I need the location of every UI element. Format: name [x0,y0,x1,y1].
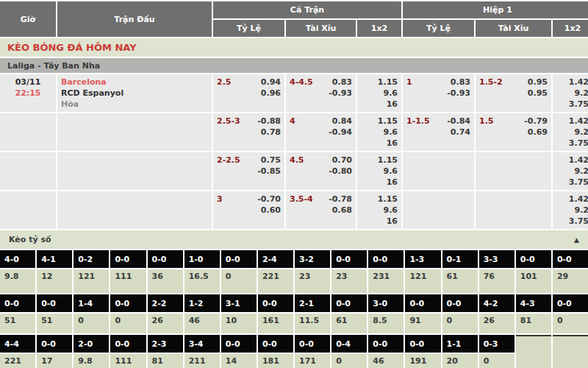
score-odds[interactable]: 26 [148,314,183,333]
score-label[interactable]: 1-1 [442,335,478,353]
score-odds[interactable]: 11.5 [295,314,330,333]
score-label[interactable]: 0-0 [368,250,404,268]
score-odds[interactable]: 221 [258,269,293,293]
score-odds[interactable]: 9.8 [0,269,35,293]
score-odds[interactable]: 0 [553,314,588,333]
score-odds[interactable]: 20 [442,354,478,368]
score-label[interactable]: 3-2 [295,250,330,268]
score-label[interactable]: 1-2 [184,294,220,312]
score-odds[interactable]: 0 [74,314,109,333]
score-odds[interactable]: 10 [221,314,257,333]
score-odds[interactable]: 23 [331,269,367,293]
h1-1x2-cell[interactable]: 1.429.23.75 [553,191,588,229]
h1-overunder-cell[interactable]: 1.5-0.790.69 [476,113,551,151]
score-label[interactable]: 0-0 [37,335,72,353]
score-label[interactable]: 0-0 [0,294,35,312]
ft-handicap-cell[interactable]: 2.5-3-0.880.78 [213,113,284,151]
score-label[interactable]: 0-0 [331,294,367,312]
score-odds[interactable]: 171 [295,354,330,368]
score-odds[interactable]: 181 [258,354,293,368]
ft-1x2-cell[interactable]: 1.159.616 [357,74,401,112]
score-label[interactable]: 3-3 [479,250,514,268]
score-odds[interactable]: 101 [516,269,551,293]
score-label[interactable]: 0-0 [221,335,257,353]
score-odds[interactable]: 16.5 [184,269,220,293]
score-odds[interactable]: 81 [516,314,551,333]
score-label[interactable]: 0-0 [221,250,257,268]
h1-handicap-cell[interactable]: 10.83-0.93 [403,74,474,112]
score-odds[interactable]: 0 [110,314,146,333]
score-label[interactable]: 0-0 [295,335,330,353]
score-odds[interactable]: 0 [442,314,478,333]
score-odds[interactable]: 231 [368,269,404,293]
ft-1x2-cell[interactable]: 1.159.616 [357,191,401,229]
score-label[interactable]: 0-0 [368,335,404,353]
score-odds[interactable]: 12 [37,269,72,293]
h1-1x2-cell[interactable]: 1.429.23.75 [553,152,588,190]
score-label[interactable]: 0-0 [405,294,440,312]
score-label[interactable]: 0-0 [405,335,440,353]
score-odds[interactable]: 211 [184,354,220,368]
ft-handicap-cell[interactable]: 2-2.50.75-0.85 [213,152,284,190]
ft-handicap-cell[interactable]: 3-0.700.60 [213,191,284,229]
score-label[interactable]: 4-4 [0,335,35,353]
score-odds[interactable]: 0 [221,269,257,293]
score-label[interactable]: 1-4 [74,294,109,312]
ft-1x2-cell[interactable]: 1.159.616 [357,113,401,151]
score-odds[interactable]: 36 [148,269,183,293]
score-odds[interactable]: 9.8 [74,354,109,368]
score-label[interactable]: 0-0 [110,335,146,353]
score-odds[interactable]: 46 [184,314,220,333]
ft-overunder-cell[interactable]: 3.5-4-0.780.68 [286,191,356,229]
score-odds[interactable]: 61 [331,314,367,333]
h1-1x2-cell[interactable]: 1.429.23.75 [553,74,588,112]
ft-overunder-cell[interactable]: 4.50.70-0.80 [286,152,356,190]
score-label[interactable]: 0-0 [258,335,293,353]
score-label[interactable]: 0-0 [110,250,146,268]
score-label[interactable]: 0-0 [37,294,72,312]
score-odds[interactable]: 91 [405,314,440,333]
score-odds[interactable]: 26 [479,314,514,333]
score-label[interactable]: 2-3 [148,335,183,353]
h1-1x2-cell[interactable]: 1.429.23.75 [553,113,588,151]
score-label[interactable]: 3-4 [184,335,220,353]
score-label[interactable]: 0-1 [442,250,478,268]
score-odds[interactable]: 8.5 [368,314,404,333]
score-odds[interactable]: 76 [479,269,514,293]
score-label[interactable]: 0-4 [331,335,367,353]
score-odds[interactable]: 51 [0,314,35,333]
h1-handicap-cell[interactable]: 1-1.5-0.840.74 [403,113,474,151]
ft-handicap-cell[interactable]: 2.50.940.96 [213,74,284,112]
score-odds[interactable]: 23 [295,269,330,293]
score-label[interactable]: 0-2 [74,250,109,268]
score-label[interactable]: 4-1 [37,250,72,268]
ft-overunder-cell[interactable]: 4-4.50.83-0.93 [286,74,356,112]
score-label[interactable]: 2-2 [148,294,183,312]
score-label[interactable]: 0-3 [479,335,514,353]
score-odds[interactable]: 111 [110,354,146,368]
home-team-name[interactable]: Barcelona [61,77,208,88]
score-label[interactable]: 3-0 [368,294,404,312]
score-label[interactable]: 0-0 [331,250,367,268]
score-label[interactable]: 4-3 [516,294,551,312]
score-label[interactable]: 1-0 [184,250,220,268]
score-odds[interactable]: 0 [331,354,367,368]
score-label[interactable]: 4-0 [0,250,35,268]
score-odds[interactable]: 17 [37,354,72,368]
score-label[interactable]: 0-0 [516,250,551,268]
score-odds[interactable]: 51 [37,314,72,333]
score-odds[interactable]: 61 [442,269,478,293]
score-label[interactable]: 0-0 [148,250,183,268]
score-odds[interactable]: 121 [74,269,109,293]
score-label[interactable]: 0-0 [442,294,478,312]
score-odds[interactable]: 14 [221,354,257,368]
score-label[interactable]: 0-0 [258,294,293,312]
score-label[interactable]: 4-2 [479,294,514,312]
ft-1x2-cell[interactable]: 1.159.616 [357,152,401,190]
score-label[interactable]: 2-1 [295,294,330,312]
score-odds[interactable]: 111 [110,269,146,293]
ft-overunder-cell[interactable]: 40.84-0.94 [286,113,356,151]
score-odds[interactable]: 191 [405,354,440,368]
score-odds[interactable]: 81 [148,354,183,368]
score-label[interactable]: 0-0 [110,294,146,312]
